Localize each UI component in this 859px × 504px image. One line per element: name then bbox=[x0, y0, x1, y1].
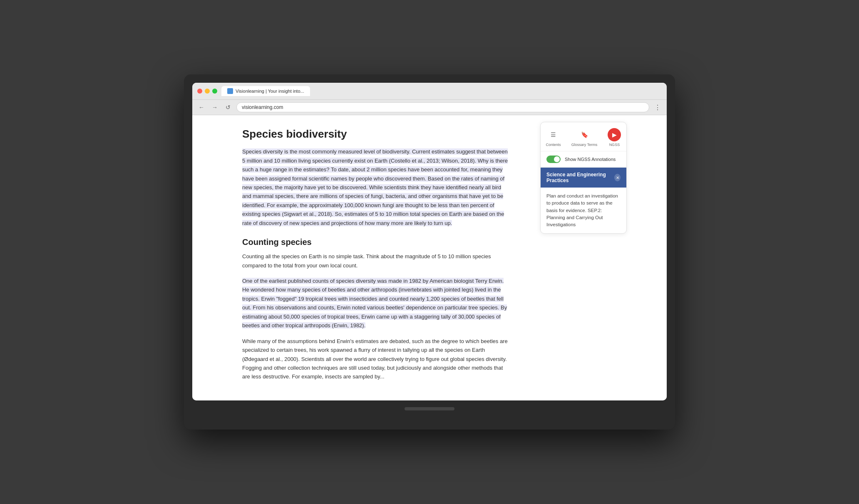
browser-tab[interactable]: Visionlearning | Your insight into... bbox=[221, 86, 310, 96]
laptop-frame: Visionlearning | Your insight into... ← … bbox=[184, 74, 675, 430]
sidebar: ☰ Contents 🔖 Glossary Terms ▶ NGSS bbox=[534, 115, 633, 400]
article-paragraph-3: One of the earliest published counts of … bbox=[242, 277, 509, 330]
page-content: Species biodiversity Species diversity i… bbox=[192, 115, 667, 400]
highlighted-text-3: One of the earliest published counts of … bbox=[242, 278, 507, 329]
back-button[interactable]: ← bbox=[196, 102, 206, 112]
article-title: Species biodiversity bbox=[242, 128, 509, 141]
sidebar-item-contents[interactable]: ☰ Contents bbox=[543, 126, 564, 148]
minimize-button[interactable] bbox=[205, 89, 210, 94]
tab-label: Visionlearning | Your insight into... bbox=[236, 89, 304, 94]
browser-menu-button[interactable]: ⋮ bbox=[653, 102, 663, 112]
tab-favicon bbox=[227, 88, 233, 94]
article-paragraph-2: Counting all the species on Earth is no … bbox=[242, 252, 509, 270]
sidebar-panel: ☰ Contents 🔖 Glossary Terms ▶ NGSS bbox=[540, 122, 627, 234]
contents-icon: ☰ bbox=[547, 128, 560, 141]
contents-label: Contents bbox=[546, 143, 561, 147]
sep-panel-body: Plan and conduct an investigation to pro… bbox=[541, 188, 626, 233]
ngss-toggle-label: Show NGSS Annotations bbox=[565, 157, 616, 162]
fullscreen-button[interactable] bbox=[212, 89, 217, 94]
sidebar-icons-row: ☰ Contents 🔖 Glossary Terms ▶ NGSS bbox=[541, 122, 626, 151]
close-button[interactable] bbox=[197, 89, 202, 94]
browser-chrome: Visionlearning | Your insight into... bbox=[192, 83, 667, 100]
laptop-base bbox=[192, 400, 667, 413]
main-article: Species biodiversity Species diversity i… bbox=[192, 115, 534, 400]
article-paragraph-4: While many of the assumptions behind Erw… bbox=[242, 337, 509, 381]
close-icon: ✕ bbox=[616, 175, 619, 180]
address-bar[interactable]: visionlearning.com bbox=[236, 102, 649, 112]
sep-panel-title: Science and Engineering Practices bbox=[546, 172, 614, 183]
ngss-toggle[interactable] bbox=[546, 156, 561, 163]
glossary-label: Glossary Terms bbox=[571, 143, 597, 147]
glossary-icon: 🔖 bbox=[578, 128, 591, 141]
browser-window: Visionlearning | Your insight into... ← … bbox=[192, 83, 667, 400]
sep-panel-close-button[interactable]: ✕ bbox=[614, 174, 621, 181]
highlighted-text-1: Species diversity is the most commonly m… bbox=[242, 148, 508, 226]
traffic-lights bbox=[197, 89, 217, 94]
ngss-toggle-row: Show NGSS Annotations bbox=[541, 151, 626, 168]
sep-panel-header: Science and Engineering Practices ✕ bbox=[541, 168, 626, 188]
article-paragraph-1: Species diversity is the most commonly m… bbox=[242, 147, 509, 227]
navigation-bar: ← → ↺ visionlearning.com ⋮ bbox=[192, 100, 667, 115]
sidebar-item-glossary[interactable]: 🔖 Glossary Terms bbox=[568, 126, 601, 148]
sidebar-item-ngss[interactable]: ▶ NGSS bbox=[604, 126, 624, 148]
article-subtitle-2: Counting species bbox=[242, 237, 509, 247]
ngss-label: NGSS bbox=[609, 143, 620, 147]
refresh-button[interactable]: ↺ bbox=[223, 102, 233, 112]
ngss-icon: ▶ bbox=[608, 128, 621, 141]
laptop-trackpad-indicator bbox=[405, 407, 454, 410]
forward-button[interactable]: → bbox=[210, 102, 220, 112]
